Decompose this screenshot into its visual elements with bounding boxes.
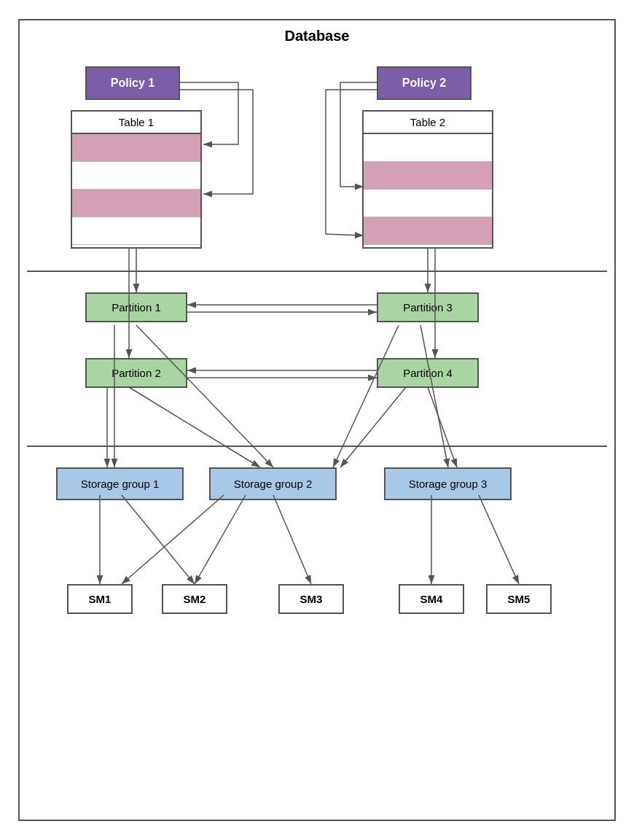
policy1-label: Policy 1 xyxy=(111,77,154,89)
partition4-box: Partition 4 xyxy=(377,358,479,388)
table1-row4 xyxy=(72,217,200,245)
sm1-label: SM1 xyxy=(89,593,111,605)
table1-row1 xyxy=(72,134,200,162)
policy1-box: Policy 1 xyxy=(85,66,180,100)
storage-group3-label: Storage group 3 xyxy=(409,478,488,490)
table1-label: Table 1 xyxy=(72,112,200,134)
partition4-label: Partition 4 xyxy=(403,367,453,379)
divider1 xyxy=(27,271,607,272)
partition2-label: Partition 2 xyxy=(111,367,161,379)
sm5-box: SM5 xyxy=(486,584,552,614)
partition3-box: Partition 3 xyxy=(377,292,479,322)
partition1-label: Partition 1 xyxy=(111,301,161,314)
table2-row2 xyxy=(364,162,492,190)
policy2-label: Policy 2 xyxy=(402,77,446,89)
table2-label: Table 2 xyxy=(364,112,492,134)
partition1-box: Partition 1 xyxy=(85,292,187,322)
storage-group1-label: Storage group 1 xyxy=(81,478,160,490)
storage-group1-box: Storage group 1 xyxy=(56,467,184,500)
sm4-label: SM4 xyxy=(420,593,443,605)
storage-group2-box: Storage group 2 xyxy=(209,467,337,500)
table1-row3 xyxy=(72,190,200,217)
table1-row2 xyxy=(72,162,200,190)
storage-group2-label: Storage group 2 xyxy=(234,478,313,490)
policy2-box: Policy 2 xyxy=(377,66,471,100)
diagram-container: Database Policy 1 Policy 2 Table 1 Table… xyxy=(18,19,616,821)
table2-row3 xyxy=(364,190,492,217)
sm3-box: SM3 xyxy=(278,584,344,614)
table2-box: Table 2 xyxy=(362,110,493,249)
sm2-label: SM2 xyxy=(184,593,206,605)
table2-row4 xyxy=(364,217,492,245)
divider2 xyxy=(27,446,607,447)
partition2-box: Partition 2 xyxy=(85,358,187,388)
partition3-label: Partition 3 xyxy=(403,301,453,314)
sm2-box: SM2 xyxy=(162,584,227,614)
table2-row1 xyxy=(364,134,492,162)
sm4-box: SM4 xyxy=(399,584,464,614)
table1-box: Table 1 xyxy=(71,110,202,249)
sm3-label: SM3 xyxy=(300,593,323,605)
sm5-label: SM5 xyxy=(508,593,531,605)
sm1-box: SM1 xyxy=(67,584,133,614)
diagram-inner: Policy 1 Policy 2 Table 1 Table 2 Partit… xyxy=(27,52,607,811)
storage-group3-box: Storage group 3 xyxy=(384,467,512,500)
diagram-title: Database xyxy=(27,28,607,44)
